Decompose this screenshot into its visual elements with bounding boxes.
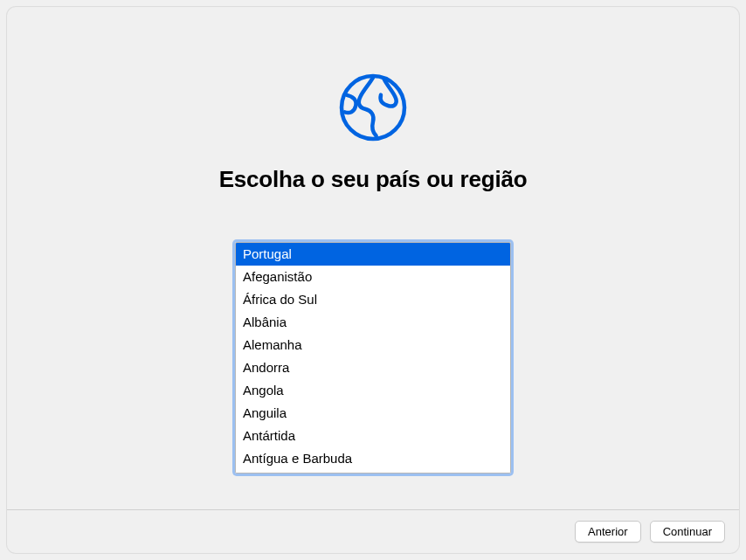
country-item[interactable]: Arábia Saudita	[236, 470, 510, 474]
continue-button[interactable]: Continuar	[650, 521, 725, 543]
page-title: Escolha o seu país ou região	[219, 166, 528, 193]
country-item[interactable]: Antártida	[236, 425, 510, 447]
country-item[interactable]: Alemanha	[236, 334, 510, 356]
country-item[interactable]: Albânia	[236, 311, 510, 334]
globe-icon	[334, 68, 412, 147]
country-item[interactable]: Anguila	[236, 402, 510, 425]
country-list[interactable]: PortugalAfeganistãoÁfrica do SulAlbâniaA…	[235, 242, 511, 474]
footer-bar: Anterior Continuar	[7, 509, 739, 553]
country-item[interactable]: Afeganistão	[236, 266, 510, 288]
main-content: Escolha o seu país ou região PortugalAfe…	[7, 7, 739, 509]
country-item[interactable]: Andorra	[236, 356, 510, 379]
setup-window: Escolha o seu país ou região PortugalAfe…	[7, 7, 739, 553]
country-item[interactable]: Antígua e Barbuda	[236, 447, 510, 470]
back-button[interactable]: Anterior	[575, 521, 641, 543]
country-item[interactable]: África do Sul	[236, 288, 510, 311]
country-item[interactable]: Portugal	[236, 243, 510, 266]
country-item[interactable]: Angola	[236, 379, 510, 402]
